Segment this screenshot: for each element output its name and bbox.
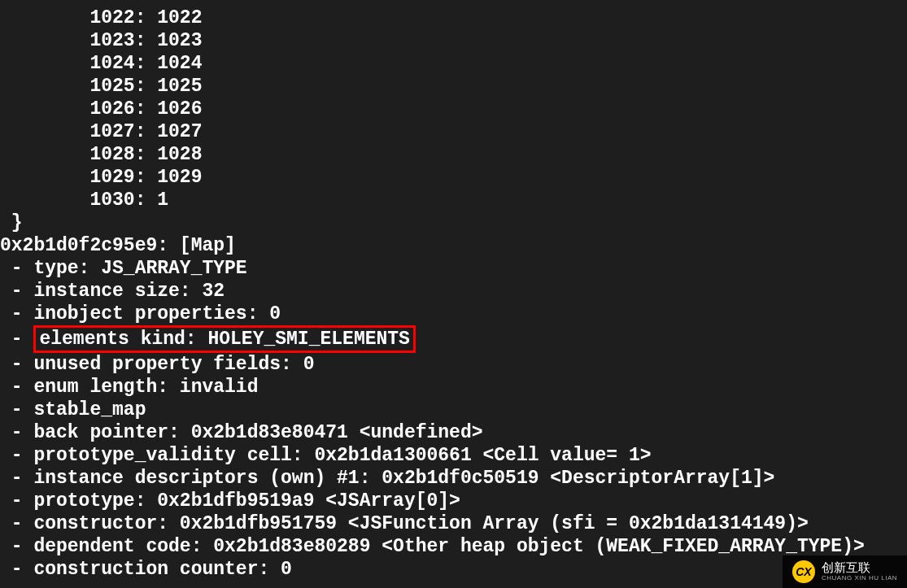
highlight-elements-kind: elements kind: HOLEY_SMI_ELEMENTS [33,325,415,353]
map-proto-validity: - prototype_validity cell: 0x2b1da130066… [0,444,907,467]
watermark-logo-icon: CX [792,560,815,583]
map-dependent-code: - dependent code: 0x2b1d83e80289 <Other … [0,535,907,558]
close-brace: } [0,211,907,234]
map-type: - type: JS_ARRAY_TYPE [0,257,907,280]
watermark-cn-text: 创新互联 [822,561,897,575]
array-entry: 1028: 1028 [0,143,907,166]
map-constructor: - constructor: 0x2b1dfb951759 <JSFunctio… [0,512,907,535]
array-entry: 1029: 1029 [0,166,907,189]
map-address: 0x2b1d0f2c95e9: [Map] [0,234,907,257]
array-entry: 1024: 1024 [0,52,907,75]
array-entry: 1030: 1 [0,189,907,211]
array-entry: 1026: 1026 [0,98,907,120]
map-enum-length: - enum length: invalid [0,376,907,399]
terminal-output: 1021: 1021 1022: 1022 1023: 1023 1024: 1… [0,0,907,581]
map-instance-desc: - instance descriptors (own) #1: 0x2b1df… [0,467,907,490]
map-construction-counter: - construction counter: 0 [0,558,907,581]
map-back-pointer: - back pointer: 0x2b1d83e80471 <undefine… [0,421,907,444]
array-entry: 1025: 1025 [0,75,907,98]
map-unused-fields: - unused property fields: 0 [0,353,907,376]
watermark-text: 创新互联 CHUANG XIN HU LIAN [822,561,897,581]
map-stable-map: - stable_map [0,399,907,421]
watermark: CX 创新互联 CHUANG XIN HU LIAN [783,555,907,588]
map-instance-size: - instance size: 32 [0,280,907,303]
map-elements-kind-line: - elements kind: HOLEY_SMI_ELEMENTS [0,325,907,353]
watermark-en-text: CHUANG XIN HU LIAN [822,575,897,582]
array-entry: 1027: 1027 [0,120,907,143]
array-entry: 1022: 1022 [0,7,907,29]
map-prototype: - prototype: 0x2b1dfb9519a9 <JSArray[0]> [0,490,907,512]
map-inobject-props: - inobject properties: 0 [0,303,907,325]
array-entry: 1023: 1023 [0,29,907,52]
array-entry: 1021: 1021 [0,0,907,7]
